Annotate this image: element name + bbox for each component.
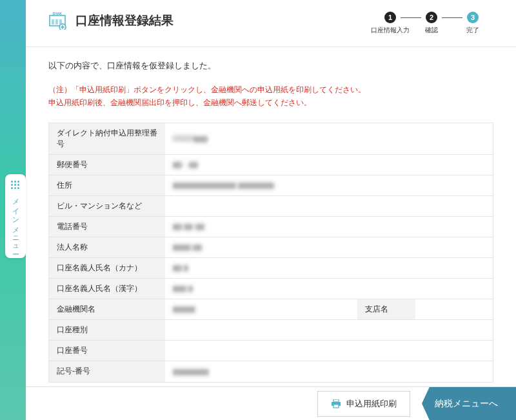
value-reference-number: 00000▮▮▮ — [165, 130, 493, 148]
svg-rect-1 — [52, 19, 54, 25]
label-account-number: 口座番号 — [49, 341, 165, 361]
step-1: 1 口座情報入力 — [370, 12, 411, 35]
step-3: 3 完了 — [452, 12, 493, 35]
value-address: ▮▮▮▮▮▮▮▮▮▮▮▮▮▮ ▮▮▮▮▮▮▮▮ — [165, 176, 493, 194]
row-account-kanji: 口座名義人氏名（漢字） ▮▮▮ ▮ — [49, 279, 493, 299]
next-button[interactable]: 納税メニューへ — [422, 387, 516, 421]
label-corp-name: 法人名称 — [49, 237, 165, 257]
main-menu-tab[interactable]: メインメニュー — [5, 174, 26, 258]
warning-line-1: （注）「申込用紙印刷」ボタンをクリックし、金融機関への申込用紙を印刷してください… — [48, 83, 493, 96]
row-phone: 電話番号 ▮▮ ▮▮ ▮▮ — [49, 217, 493, 237]
label-reference-number: ダイレクト納付申込用整理番号 — [49, 123, 165, 154]
next-button-label: 納税メニューへ — [435, 398, 498, 410]
print-button-label: 申込用紙印刷 — [346, 398, 397, 410]
value-corp-name: ▮▮▮▮ ▮▮ — [165, 238, 493, 256]
svg-rect-8 — [333, 399, 339, 402]
header-title-block: BANK 口座情報登録結果 — [48, 12, 174, 30]
printer-icon — [331, 399, 341, 408]
value-building — [165, 201, 493, 210]
intro-text: 以下の内容で、口座情報を仮登録しました。 — [48, 60, 493, 72]
label-building: ビル・マンション名など — [49, 196, 165, 216]
page-header: BANK 口座情報登録結果 1 口座情報入力 2 確認 3 完了 — [26, 0, 516, 47]
value-account-type — [165, 325, 493, 334]
label-account-kana: 口座名義人氏名（カナ） — [49, 258, 165, 278]
warning-text: （注）「申込用紙印刷」ボタンをクリックし、金融機関への申込用紙を印刷してください… — [48, 83, 493, 110]
main-menu-label: メインメニュー — [11, 194, 21, 252]
step-3-circle: 3 — [467, 12, 479, 23]
label-address: 住所 — [49, 175, 165, 195]
svg-rect-2 — [55, 19, 58, 25]
content-area: 以下の内容で、口座情報を仮登録しました。 （注）「申込用紙印刷」ボタンをクリック… — [26, 47, 516, 383]
grid-icon — [11, 181, 20, 190]
info-table: ダイレクト納付申込用整理番号 00000▮▮▮ 郵便番号 ▮▮ - ▮▮ 住所 … — [48, 123, 493, 383]
value-postal-code: ▮▮ - ▮▮ — [165, 155, 493, 174]
value-symbol-number: ▮▮▮▮▮▮▮▮ — [165, 363, 493, 381]
warning-line-2: 申込用紙印刷後、金融機関届出印を押印し、金融機関へ郵送してください。 — [48, 96, 493, 109]
step-3-label: 完了 — [466, 26, 479, 35]
row-account-type: 口座種別 — [49, 320, 493, 341]
row-symbol-number: 記号-番号 ▮▮▮▮▮▮▮▮ — [49, 361, 493, 382]
bottom-bar: 申込用紙印刷 納税メニューへ — [26, 386, 516, 420]
step-2: 2 確認 — [411, 12, 452, 35]
step-indicator: 1 口座情報入力 2 確認 3 完了 — [370, 12, 493, 35]
svg-text:BANK: BANK — [53, 12, 63, 15]
step-1-circle: 1 — [384, 12, 396, 23]
svg-rect-10 — [333, 405, 339, 408]
label-bank-name: 金融機関名 — [49, 299, 165, 319]
print-button[interactable]: 申込用紙印刷 — [317, 391, 410, 417]
row-reference-number: ダイレクト納付申込用整理番号 00000▮▮▮ — [49, 123, 493, 155]
row-postal-code: 郵便番号 ▮▮ - ▮▮ — [49, 155, 493, 175]
value-phone: ▮▮ ▮▮ ▮▮ — [165, 217, 493, 235]
row-building: ビル・マンション名など — [49, 196, 493, 217]
bank-icon: BANK — [48, 12, 68, 30]
label-phone: 電話番号 — [49, 217, 165, 237]
label-account-type: 口座種別 — [49, 320, 165, 340]
row-account-kana: 口座名義人氏名（カナ） ▮▮ ▮ — [49, 258, 493, 279]
value-bank-name: ▮▮▮▮▮ — [165, 300, 357, 318]
row-bank-branch: 金融機関名 ▮▮▮▮▮ 支店名 — [49, 299, 493, 320]
label-branch-name: 支店名 — [357, 299, 415, 319]
page-container: BANK 口座情報登録結果 1 口座情報入力 2 確認 3 完了 — [26, 0, 516, 420]
step-2-circle: 2 — [426, 12, 437, 23]
step-1-label: 口座情報入力 — [371, 26, 410, 35]
page-title: 口座情報登録結果 — [75, 12, 174, 29]
label-symbol-number: 記号-番号 — [49, 361, 165, 382]
row-address: 住所 ▮▮▮▮▮▮▮▮▮▮▮▮▮▮ ▮▮▮▮▮▮▮▮ — [49, 175, 493, 196]
row-account-number: 口座番号 — [49, 341, 493, 361]
value-account-kana: ▮▮ ▮ — [165, 259, 493, 277]
label-account-kanji: 口座名義人氏名（漢字） — [49, 279, 165, 299]
row-corp-name: 法人名称 ▮▮▮▮ ▮▮ — [49, 237, 493, 258]
label-postal-code: 郵便番号 — [49, 155, 165, 175]
value-account-number — [165, 346, 493, 355]
step-2-label: 確認 — [425, 26, 438, 35]
value-account-kanji: ▮▮▮ ▮ — [165, 279, 493, 297]
value-branch-name — [415, 305, 493, 314]
